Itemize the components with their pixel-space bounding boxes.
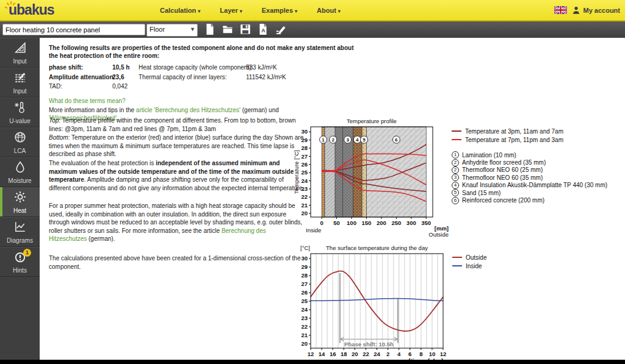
- sidebar-item-heat[interactable]: Heat: [0, 187, 40, 217]
- select-caret-icon: ▼: [190, 26, 195, 32]
- top-header: ubakus Calculation▾Layer▾Examples▾About▾…: [0, 0, 625, 21]
- result-value: 0,042: [112, 83, 128, 90]
- svg-text:100: 100: [347, 219, 356, 226]
- set-square-icon: [14, 41, 26, 54]
- text-segment: : Temperature on the exterior (red) and …: [49, 134, 303, 157]
- legend-series-label: Inside: [466, 263, 482, 269]
- svg-text:200: 200: [377, 219, 386, 226]
- my-account-button[interactable]: My account: [572, 5, 620, 15]
- result-value: 10,5 h: [112, 64, 129, 71]
- pdf-export-icon[interactable]: A: [258, 23, 269, 35]
- component-type-value: Floor: [150, 26, 165, 33]
- sidebar-item-label: Moisture: [0, 177, 40, 184]
- result-value: 533 kJ/m²K: [246, 64, 277, 71]
- main-nav: Calculation▾Layer▾Examples▾About▾: [160, 0, 341, 20]
- svg-text:24: 24: [301, 306, 308, 313]
- nav-item-calculation[interactable]: Calculation▾: [160, 7, 200, 14]
- surface-temperature-legend: OutsideInside: [452, 253, 486, 270]
- svg-text:22: 22: [301, 193, 308, 200]
- open-folder-icon[interactable]: [222, 23, 233, 35]
- svg-text:6: 6: [395, 137, 398, 143]
- layer-number-badge: 6: [452, 197, 459, 204]
- svg-text:The surface temperature during: The surface temperature during the day: [326, 244, 428, 251]
- svg-text:0: 0: [320, 219, 323, 226]
- svg-text:Inside: Inside: [306, 227, 321, 234]
- result-row: TAD:0,042: [49, 83, 415, 92]
- svg-text:12: 12: [308, 351, 314, 357]
- svg-text:250: 250: [391, 219, 401, 226]
- nav-item-about[interactable]: About▾: [317, 7, 341, 14]
- text-segment: : Temperature profile within the compone…: [49, 117, 295, 132]
- sidebar-item-hints[interactable]: Hints1: [0, 247, 40, 277]
- layer-name: Lamination (10 mm): [462, 152, 516, 159]
- legend-series-row: Temperature at 7pm, 11pm and 3am: [452, 135, 607, 144]
- svg-text:3: 3: [346, 137, 349, 143]
- component-type-select[interactable]: Floor ▼: [146, 24, 198, 37]
- text-link[interactable]: article 'Berechnung des Hitzeschutzes': [136, 107, 240, 113]
- svg-text:30: 30: [301, 255, 308, 262]
- sidebar-item-moisture[interactable]: Moisture: [0, 157, 40, 187]
- sidebar-item-label: Input: [0, 88, 40, 95]
- sidebar-item-label: Diagrams: [0, 237, 40, 244]
- result-label: phase shift:: [49, 64, 83, 71]
- svg-text:20: 20: [301, 210, 308, 216]
- result-label: Heat storage capacity (whole component):: [139, 64, 253, 71]
- legend-layer-row: 3Thermofloor NEO 60 (35 mm): [452, 174, 607, 181]
- text-segment: Top: [49, 117, 59, 124]
- ubakus-app: ubakus Calculation▾Layer▾Examples▾About▾…: [0, 0, 625, 364]
- bottom-bar: [0, 360, 625, 364]
- toolbar: Floor ▼ A: [0, 21, 625, 38]
- sidebar-item-diagrams[interactable]: Diagrams: [0, 217, 40, 247]
- legend-layer-row: 2Thermofloor NEO 60 (25 mm): [452, 166, 607, 174]
- uk-flag-icon[interactable]: [554, 6, 567, 14]
- globe-icon: [14, 131, 26, 143]
- nav-item-layer[interactable]: Layer▾: [220, 7, 242, 14]
- result-value: 23,6: [112, 74, 124, 80]
- sidebar-item-label: U-value: [0, 118, 40, 124]
- svg-text:30: 30: [301, 128, 308, 135]
- legend-series-label: Temperature at 3pm, 11am and 7am: [465, 128, 563, 135]
- legend-series-label: Outside: [466, 254, 486, 261]
- svg-text:[°C]: [°C]: [300, 244, 310, 251]
- my-account-label: My account: [583, 7, 620, 14]
- legend-series-row: Temperature at 3pm, 11am and 7am: [452, 127, 607, 135]
- legend-line-swatch: [452, 139, 461, 140]
- svg-text:4: 4: [356, 137, 359, 143]
- paragraph-calculations: The calculations presented above have be…: [49, 254, 305, 271]
- text-segment: The evaluation of the heat protection is: [49, 160, 156, 166]
- layer-number-badge: 4: [452, 182, 459, 189]
- results-table: phase shift:10,5 hHeat storage capacity …: [49, 64, 415, 96]
- layer-number-badge: 3: [452, 174, 459, 181]
- sidebar-item-lca[interactable]: LCA: [0, 127, 40, 157]
- layer-number-badge: 1: [452, 151, 459, 159]
- svg-text:20: 20: [301, 340, 308, 347]
- hints-badge: 1: [23, 249, 31, 257]
- svg-text:5: 5: [363, 137, 366, 143]
- nav-item-examples[interactable]: Examples▾: [262, 7, 297, 14]
- ubakus-logo[interactable]: ubakus: [9, 2, 54, 18]
- sidebar-item-input[interactable]: Input: [0, 68, 40, 98]
- edit-icon[interactable]: [275, 23, 286, 35]
- save-icon[interactable]: [240, 23, 251, 35]
- svg-text:A: A: [261, 27, 266, 34]
- svg-text:350: 350: [421, 219, 431, 226]
- legend-series-row: Outside: [452, 253, 486, 262]
- nav-item-label: Examples: [262, 7, 293, 14]
- svg-text:26: 26: [301, 161, 308, 168]
- terms-link[interactable]: What do these terms mean?: [49, 98, 126, 104]
- svg-text:2: 2: [386, 351, 389, 357]
- svg-text:20: 20: [352, 351, 358, 357]
- layer-number-badge: 2: [452, 159, 459, 166]
- new-file-icon[interactable]: [204, 23, 215, 35]
- toolbar-icons: A: [204, 23, 286, 35]
- paragraph-evaluation: The evaluation of the heat protection is…: [49, 159, 305, 192]
- project-name-input[interactable]: [2, 24, 145, 35]
- chevron-down-icon: ▾: [198, 9, 200, 14]
- svg-text:2: 2: [331, 137, 334, 143]
- sidebar-item-input[interactable]: Input: [0, 38, 40, 68]
- svg-text:14: 14: [319, 351, 325, 357]
- sidebar: InputInputU-valueLCAMoistureHeatDiagrams…: [0, 38, 40, 360]
- svg-text:300: 300: [406, 219, 416, 226]
- legend-line-swatch: [452, 130, 461, 132]
- sidebar-item-u-value[interactable]: U-value: [0, 98, 40, 127]
